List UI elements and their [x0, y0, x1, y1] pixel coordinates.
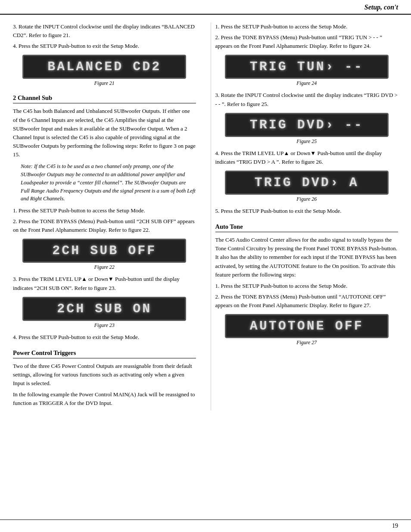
figure-23-container: 2CH SUB ON Figure 23	[13, 297, 196, 329]
figure-21-label: Figure 21	[13, 80, 196, 87]
left-column: 3. Rotate the INPUT Control clockwise un…	[13, 22, 200, 411]
list-item: 3. Rotate the INPUT Control clockwise un…	[13, 22, 196, 40]
header: Setup, con't	[0, 0, 411, 15]
list-item: 3. Press the TRIM LEVEL UP▲ or Down▼ Pus…	[13, 275, 196, 292]
figure-23-display: 2CH SUB ON	[22, 297, 186, 321]
figure-24-text: TRIG TUN› --	[250, 59, 364, 74]
power-triggers-body1: Two of the three C45 Power Control Outpu…	[13, 362, 196, 388]
figure-27-text: AUTOTONE OFF	[250, 319, 364, 333]
page-number: 19	[392, 523, 398, 529]
auto-tone-steps: 1. Press the SETUP Push-button to access…	[215, 282, 399, 310]
figure-25-display: TRIG DVD› --	[225, 113, 389, 137]
header-title: Setup, con't	[364, 3, 398, 11]
figure-26-label: Figure 26	[215, 196, 399, 202]
figure-27-display: AUTOTONE OFF	[225, 314, 389, 338]
figure-21-display: BALANCED CD2	[22, 55, 186, 79]
list-item: 2. Press the TONE BYPASS (Menu) Push-but…	[13, 217, 196, 234]
power-triggers-body2: In the following example the Power Contr…	[13, 390, 196, 408]
figure-23-label: Figure 23	[13, 322, 196, 329]
2ch-sub-body: The C45 has both Balanced and Unbalanced…	[13, 107, 196, 159]
list-item: 4. Press the SETUP Push-button to exit t…	[13, 42, 196, 50]
columns: 3. Rotate the INPUT Control clockwise un…	[0, 15, 411, 432]
figure-25-text: TRIG DVD› --	[250, 118, 364, 132]
list-item: 3. Rotate the INPUT Control clockwise un…	[215, 91, 399, 108]
page: Setup, con't 3. Rotate the INPUT Control…	[0, 0, 411, 532]
intro-steps: 3. Rotate the INPUT Control clockwise un…	[13, 22, 196, 50]
figure-22-text: 2CH SUB OFF	[52, 243, 156, 258]
section-power-triggers-heading: Power Control Triggers	[13, 349, 196, 358]
list-item: 4. Press the TRIM LEVEL UP▲ or Down▼ Pus…	[215, 149, 399, 166]
figure-22-container: 2CH SUB OFF Figure 22	[13, 239, 196, 271]
right-intro-steps: 1. Press the SETUP Push-button to access…	[215, 22, 399, 50]
section-2ch-sub-heading: 2 Channel Sub	[13, 94, 196, 103]
figure-27-container: AUTOTONE OFF Figure 27	[215, 314, 399, 346]
figure-26-container: TRIG DVD› A Figure 26	[215, 171, 399, 202]
auto-tone-body: The C45 Audio Control Center allows for …	[215, 236, 399, 279]
figure-24-label: Figure 24	[215, 80, 399, 87]
list-item: 2. Press the TONE BYPASS (Menu) Push-but…	[215, 33, 399, 50]
figure-21-text: BALANCED CD2	[47, 59, 161, 74]
list-item: 1. Press the SETUP Push-button to access…	[215, 282, 399, 290]
footer: 19	[0, 520, 411, 532]
figure-23-text: 2CH SUB ON	[57, 302, 152, 316]
2ch-sub-note: Note: If the C45 is to be used as a two …	[21, 162, 196, 203]
list-item: 5. Press the SETUP Push-button to exit t…	[215, 207, 399, 215]
list-item: 1. Press the SETUP Push-button to access…	[215, 22, 399, 31]
figure-24-display: TRIG TUN› --	[225, 55, 389, 79]
right-step5: 5. Press the SETUP Push-button to exit t…	[215, 207, 399, 215]
figure-27-label: Figure 27	[215, 339, 399, 346]
list-item: 1. Press the SETUP Push-button to access…	[13, 206, 196, 215]
right-step3: 3. Rotate the INPUT Control clockwise un…	[215, 91, 399, 108]
right-column: 1. Press the SETUP Push-button to access…	[211, 22, 399, 411]
list-item: 2. Press the TONE BYPASS (Menu) Push-but…	[215, 292, 399, 310]
list-item: 4. Press the SETUP Push-button to exit t…	[13, 333, 196, 342]
figure-24-container: TRIG TUN› -- Figure 24	[215, 55, 399, 87]
figure-26-text: TRIG DVD› A	[255, 175, 359, 190]
figure-22-label: Figure 22	[13, 264, 196, 271]
2ch-sub-step4: 4. Press the SETUP Push-button to exit t…	[13, 333, 196, 342]
figure-25-label: Figure 25	[215, 138, 399, 145]
2ch-sub-steps-1-2: 1. Press the SETUP Push-button to access…	[13, 206, 196, 234]
figure-21-container: BALANCED CD2 Figure 21	[13, 55, 196, 87]
figure-22-display: 2CH SUB OFF	[22, 239, 186, 263]
figure-25-container: TRIG DVD› -- Figure 25	[215, 113, 399, 145]
figure-26-display: TRIG DVD› A	[225, 171, 389, 195]
2ch-sub-step3: 3. Press the TRIM LEVEL UP▲ or Down▼ Pus…	[13, 275, 196, 292]
section-auto-tone-heading: Auto Tone	[215, 223, 399, 232]
right-step4: 4. Press the TRIM LEVEL UP▲ or Down▼ Pus…	[215, 149, 399, 166]
